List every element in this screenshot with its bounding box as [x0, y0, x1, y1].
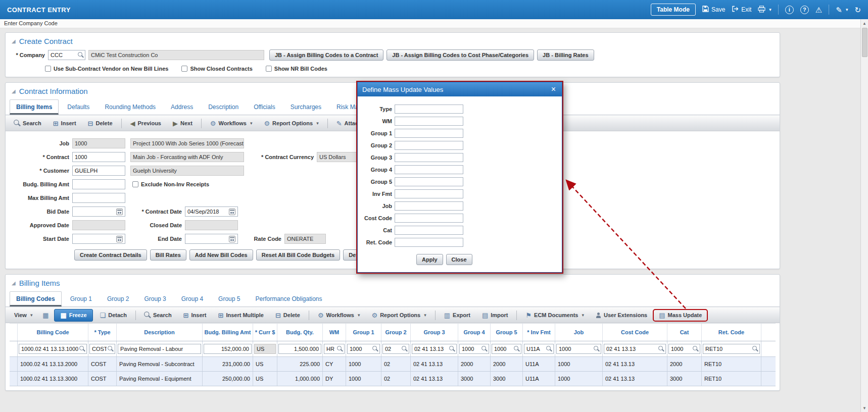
- cell-group-4[interactable]: 2000: [458, 357, 491, 371]
- lookup-icon[interactable]: [402, 346, 408, 352]
- tab-group-2[interactable]: Group 2: [101, 291, 135, 306]
- cell-input-budg-qty[interactable]: [280, 346, 320, 352]
- button-bill-rates[interactable]: Bill Rates: [150, 249, 186, 261]
- button-reset-all-bill-code-budgets[interactable]: Reset All Bill Code Budgets: [256, 249, 340, 261]
- detach-button[interactable]: ❏Detach: [95, 311, 131, 320]
- lookup-icon[interactable]: [693, 346, 699, 352]
- warning-icon-button[interactable]: ⚠: [815, 6, 822, 14]
- table-row-3[interactable]: 1000.02 41 13.13.3000COSTPaving Removal …: [10, 372, 776, 386]
- scroll-up-arrow[interactable]: ▲: [861, 19, 868, 27]
- cell-group-1[interactable]: 1000: [346, 372, 381, 386]
- dialog-input-inv-fmt[interactable]: [395, 189, 463, 198]
- tab-performance-obligations[interactable]: Performance Obligations: [249, 291, 328, 306]
- print-menu-button[interactable]: ▾: [758, 6, 771, 14]
- cell-description[interactable]: Paving Removal - Subcontract: [117, 357, 203, 371]
- dialog-close-icon[interactable]: ×: [550, 85, 557, 93]
- mass-update-button[interactable]: ▤Mass Update: [654, 311, 706, 320]
- cell-budg-billing-amt[interactable]: 250,000.00: [203, 372, 253, 386]
- view-menu-button[interactable]: View▾: [10, 311, 37, 320]
- checkbox-show-nr-bill-codes[interactable]: Show NR Bill Codes: [266, 66, 327, 72]
- scrollbar-thumb[interactable]: [862, 28, 867, 57]
- dialog-input-group-1[interactable]: [395, 129, 463, 138]
- search-button[interactable]: Search: [10, 119, 46, 128]
- row-selector[interactable]: [10, 341, 18, 356]
- company-lookup-icon[interactable]: [78, 52, 84, 58]
- dialog-input-group-5[interactable]: [395, 177, 463, 186]
- close-button[interactable]: Close: [446, 254, 472, 265]
- customer-input[interactable]: [74, 168, 124, 174]
- cell-wm[interactable]: DY: [323, 372, 346, 386]
- column-header-group-4[interactable]: Group 4: [458, 324, 491, 341]
- checkbox-box[interactable]: [132, 181, 138, 187]
- calendar-icon[interactable]: [229, 209, 235, 215]
- cell-input-ret-code[interactable]: [704, 346, 752, 352]
- table-row-2[interactable]: 1000.02 41 13.13.2000COSTPaving Removal …: [10, 357, 776, 372]
- cell-group-4[interactable]: 3000: [458, 372, 491, 386]
- cell-cat[interactable]: 2000: [667, 357, 702, 371]
- info-icon-button[interactable]: i: [785, 6, 794, 14]
- report-options-button[interactable]: ⚙Report Options▾: [367, 311, 431, 320]
- cell-group-3[interactable]: 02 41 13.13: [411, 372, 458, 386]
- insert-button[interactable]: ⊞Insert: [49, 119, 81, 128]
- cell-wm[interactable]: CY: [323, 357, 346, 371]
- row-selector[interactable]: [10, 357, 18, 371]
- tab-group-5[interactable]: Group 5: [212, 291, 247, 306]
- calendar-icon[interactable]: [116, 236, 123, 242]
- checkbox-use-subcontract-vendor[interactable]: Use Sub-Contract Vendor on New Bill Line…: [45, 66, 168, 72]
- apply-button[interactable]: Apply: [416, 254, 443, 265]
- table-row-1[interactable]: US: [10, 341, 776, 357]
- import-button[interactable]: ▤Import: [477, 311, 513, 320]
- cell-input-description[interactable]: [119, 346, 200, 352]
- cell-input-cost-code[interactable]: [605, 346, 658, 352]
- dialog-input-ret-code[interactable]: [395, 238, 463, 247]
- cell-input-type[interactable]: [91, 346, 108, 352]
- tab-group-4[interactable]: Group 4: [175, 291, 210, 306]
- cell-inv-fmt[interactable]: U11A: [523, 357, 555, 371]
- cell-type[interactable]: COST: [88, 357, 117, 371]
- cell-input-budg-billing-amt[interactable]: [205, 346, 250, 352]
- tab-billing-codes[interactable]: Billing Codes: [10, 291, 62, 306]
- cell-input-inv-fmt[interactable]: [525, 346, 546, 352]
- cell-curr[interactable]: US: [253, 372, 277, 386]
- tab-billing-items[interactable]: Billing Items: [10, 99, 59, 115]
- jb-assign-billing-codes-contract-button[interactable]: JB - Assign Billing Codes to a Contract: [269, 49, 383, 61]
- help-icon-button[interactable]: ?: [800, 6, 809, 14]
- dialog-input-group-4[interactable]: [395, 165, 463, 174]
- cell-job[interactable]: 1000: [555, 372, 603, 386]
- jb-billing-rates-button[interactable]: JB - Billing Rates: [537, 49, 594, 61]
- cell-input-wm[interactable]: [325, 346, 337, 352]
- user-extensions-button[interactable]: User Extensions: [591, 311, 652, 320]
- lookup-icon[interactable]: [372, 346, 378, 352]
- company-code-input[interactable]: [50, 52, 78, 58]
- checkbox-exclude-noninv-receipts[interactable]: Exclude Non-Inv Receipts: [132, 181, 209, 187]
- cell-cost-code[interactable]: 02 41 13.13: [603, 372, 667, 386]
- cell-input-job[interactable]: [558, 346, 594, 352]
- cell-input-group-1[interactable]: [349, 346, 372, 352]
- edit-menu-button[interactable]: ✎ ▾: [836, 6, 848, 14]
- cell-budg-billing-amt[interactable]: 231,000.00: [203, 357, 253, 371]
- lookup-icon[interactable]: [79, 346, 85, 352]
- column-header-group-2[interactable]: Group 2: [381, 324, 411, 341]
- column-header-group-3[interactable]: Group 3: [411, 324, 458, 341]
- button-add-new-bill-codes[interactable]: Add New Bill Codes: [189, 249, 253, 261]
- column-header-ret-code[interactable]: Ret. Code: [702, 324, 761, 341]
- freeze-button[interactable]: ▦Freeze: [54, 309, 92, 322]
- column-header-description[interactable]: Description: [117, 324, 203, 341]
- export-button[interactable]: ▥Export: [440, 311, 475, 320]
- ecm-documents-button[interactable]: ⚑ECM Documents▾: [521, 311, 589, 320]
- cell-group-1[interactable]: 1000: [346, 357, 381, 371]
- cell-job[interactable]: 1000: [555, 357, 603, 371]
- cell-group-2[interactable]: 02: [381, 372, 411, 386]
- cell-ret-code[interactable]: RET10: [702, 357, 761, 371]
- cell-group-2[interactable]: 02: [381, 357, 411, 371]
- dialog-input-wm[interactable]: [395, 117, 463, 126]
- tab-description[interactable]: Description: [202, 99, 245, 115]
- cell-budg-qty[interactable]: 1,000.000: [277, 372, 323, 386]
- column-header-cost-code[interactable]: Cost Code: [603, 324, 667, 341]
- column-header-group-5[interactable]: Group 5: [491, 324, 523, 341]
- tab-group-1[interactable]: Group 1: [64, 291, 99, 306]
- dialog-input-group-2[interactable]: [395, 141, 463, 150]
- cell-group-5[interactable]: 3000: [491, 372, 523, 386]
- contract-input[interactable]: [74, 154, 124, 160]
- delete-button[interactable]: ⊟Delete: [83, 119, 117, 128]
